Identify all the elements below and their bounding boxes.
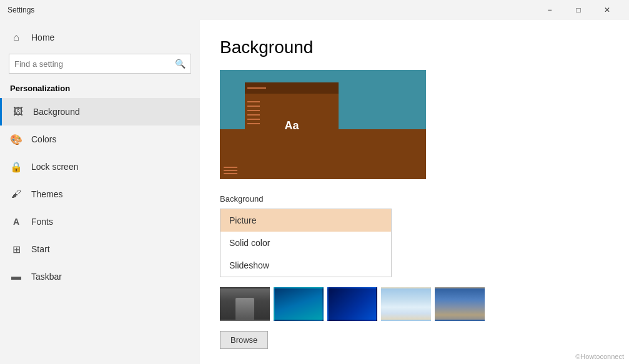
close-button[interactable]: ✕ bbox=[593, 0, 622, 20]
sidebar-home-item[interactable]: ⌂ Home bbox=[0, 25, 200, 50]
dropdown-option-slideshow[interactable]: Slideshow bbox=[220, 254, 391, 277]
search-input[interactable] bbox=[14, 59, 175, 69]
sidebar-item-start[interactable]: ⊞ Start bbox=[0, 235, 200, 263]
main-layout: ⌂ Home 🔍 Personalization 🖼 Background 🎨 … bbox=[0, 20, 629, 364]
preview-taskbar bbox=[220, 162, 426, 179]
dropdown-list: Picture Solid color Slideshow bbox=[220, 209, 392, 277]
colors-nav-icon: 🎨 bbox=[10, 133, 22, 145]
taskbar-nav-label: Taskbar bbox=[31, 272, 62, 282]
sidebar-item-colors[interactable]: 🎨 Colors bbox=[0, 125, 200, 153]
taskbar-line-2 bbox=[224, 170, 237, 171]
background-section-label: Background bbox=[220, 194, 609, 204]
taskbar-line-3 bbox=[224, 173, 237, 174]
preview-line-3 bbox=[247, 110, 260, 111]
start-nav-icon: ⊞ bbox=[10, 243, 22, 255]
background-preview: Aa bbox=[220, 70, 426, 179]
search-box[interactable]: 🔍 bbox=[9, 54, 191, 74]
background-nav-icon: 🖼 bbox=[12, 106, 24, 118]
watermark: ©Howtoconnect bbox=[575, 353, 624, 360]
preview-line-5 bbox=[247, 119, 260, 120]
preview-aa-text: Aa bbox=[284, 119, 299, 132]
home-icon: ⌂ bbox=[10, 31, 22, 44]
sidebar-item-background[interactable]: 🖼 Background bbox=[0, 98, 200, 125]
dropdown-option-solid-color[interactable]: Solid color bbox=[220, 232, 391, 254]
content-area: Background Aa bbox=[200, 20, 629, 364]
fonts-nav-icon: A bbox=[10, 215, 22, 228]
sidebar-item-lockscreen[interactable]: 🔒 Lock screen bbox=[0, 153, 200, 180]
thumbnail-3[interactable] bbox=[327, 287, 377, 321]
browse-button[interactable]: Browse bbox=[220, 331, 268, 349]
page-title: Background bbox=[220, 37, 609, 57]
thumbnail-4[interactable] bbox=[381, 287, 431, 321]
background-nav-label: Background bbox=[33, 107, 80, 117]
preview-line-6 bbox=[247, 123, 260, 124]
sidebar-item-fonts[interactable]: A Fonts bbox=[0, 208, 200, 235]
thumbnail-row bbox=[220, 287, 609, 321]
maximize-button[interactable]: □ bbox=[564, 0, 593, 20]
preview-line-2 bbox=[247, 106, 260, 107]
preview-line-4 bbox=[247, 114, 260, 116]
home-label: Home bbox=[31, 32, 54, 42]
start-nav-label: Start bbox=[31, 244, 50, 254]
sidebar-item-taskbar[interactable]: ▬ Taskbar bbox=[0, 263, 200, 290]
taskbar-nav-icon: ▬ bbox=[10, 270, 22, 283]
dropdown-option-picture[interactable]: Picture bbox=[220, 209, 391, 232]
lockscreen-nav-label: Lock screen bbox=[31, 162, 78, 172]
title-bar: Settings − □ ✕ bbox=[0, 0, 629, 20]
thumbnail-5[interactable] bbox=[435, 287, 485, 321]
fonts-nav-label: Fonts bbox=[31, 217, 53, 227]
taskbar-line-1 bbox=[224, 167, 237, 168]
thumbnail-1[interactable] bbox=[220, 287, 270, 321]
preview-lines bbox=[247, 101, 260, 124]
preview-taskbar-lines bbox=[224, 167, 237, 174]
preview-window-titlebar bbox=[245, 82, 339, 94]
sidebar: ⌂ Home 🔍 Personalization 🖼 Background 🎨 … bbox=[0, 20, 200, 364]
thumbnail-2[interactable] bbox=[274, 287, 324, 321]
search-icon-button[interactable]: 🔍 bbox=[175, 59, 186, 69]
preview-title-line bbox=[247, 87, 266, 89]
lockscreen-nav-icon: 🔒 bbox=[10, 160, 22, 173]
sidebar-item-themes[interactable]: 🖌 Themes bbox=[0, 180, 200, 208]
themes-nav-icon: 🖌 bbox=[10, 188, 22, 200]
personalization-label: Personalization bbox=[0, 80, 200, 98]
preview-line-1 bbox=[247, 101, 260, 102]
minimize-button[interactable]: − bbox=[535, 0, 564, 20]
background-type-dropdown[interactable]: Picture Solid color Slideshow bbox=[220, 209, 392, 277]
colors-nav-label: Colors bbox=[31, 134, 56, 144]
window-controls: − □ ✕ bbox=[535, 0, 622, 20]
app-title: Settings bbox=[7, 6, 34, 14]
themes-nav-label: Themes bbox=[31, 189, 63, 199]
